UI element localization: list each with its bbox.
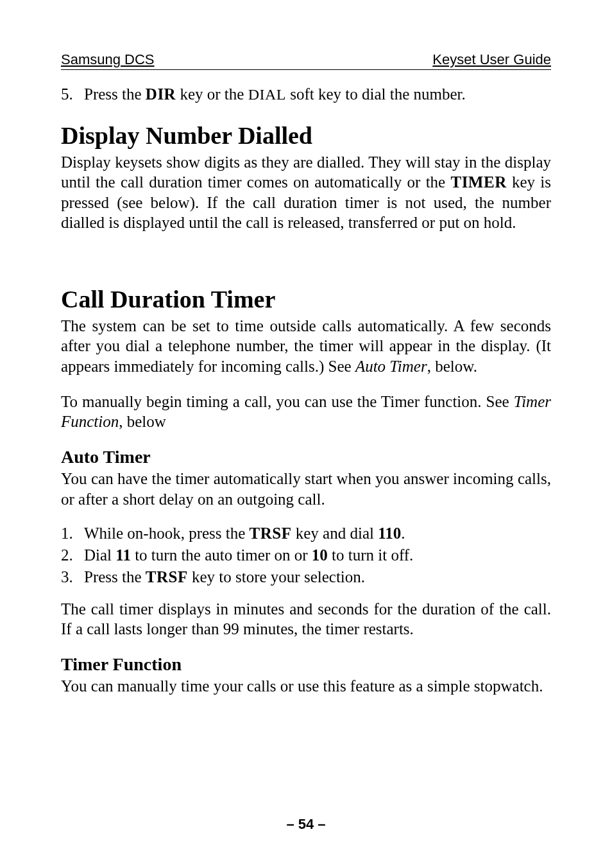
key-dir: DIR — [146, 85, 176, 103]
text-fragment: Press the — [84, 85, 146, 103]
text-fragment: to turn it off. — [328, 546, 414, 564]
step-5: 5. Press the DIR key or the DIAL soft ke… — [61, 85, 551, 103]
auto-timer-step-2: 2. Dial 11 to turn the auto timer on or … — [61, 546, 551, 564]
step-text: Press the DIR key or the DIAL soft key t… — [84, 85, 466, 103]
step-text: Dial 11 to turn the auto timer on or 10 … — [84, 546, 413, 564]
key-trsf: TRSF — [250, 525, 292, 542]
code-110: 110 — [378, 525, 401, 542]
header-left: Samsung DCS — [61, 51, 155, 68]
header-right: Keyset User Guide — [432, 51, 551, 68]
step-number: 3. — [61, 568, 84, 586]
step-text: While on-hook, press the TRSF key and di… — [84, 525, 405, 542]
step-number: 1. — [61, 525, 84, 542]
key-timer: TIMER — [450, 173, 506, 191]
para-call-duration-1: The system can be set to time outside ca… — [61, 316, 551, 376]
text-fragment: . — [401, 525, 405, 542]
step-number: 2. — [61, 546, 84, 564]
para-call-duration-2: To manually begin timing a call, you can… — [61, 392, 551, 432]
key-dial: DIAL — [248, 86, 286, 103]
heading-call-duration-timer: Call Duration Timer — [61, 285, 551, 313]
code-10: 10 — [312, 546, 328, 564]
page-header: Samsung DCS Keyset User Guide — [61, 51, 551, 70]
auto-timer-step-1: 1. While on-hook, press the TRSF key and… — [61, 525, 551, 542]
text-fragment: key and dial — [292, 525, 378, 542]
text-fragment: To manually begin timing a call, you can… — [61, 393, 514, 410]
text-fragment: , below — [119, 413, 166, 430]
key-trsf: TRSF — [146, 568, 188, 586]
text-fragment: Dial — [84, 546, 115, 564]
text-fragment: to turn the auto timer on or — [131, 546, 312, 564]
text-fragment: While on-hook, press the — [84, 525, 250, 542]
text-fragment: The system can be set to time outside ca… — [61, 317, 551, 375]
step-number: 5. — [61, 85, 84, 103]
heading-timer-function: Timer Function — [61, 654, 551, 675]
code-11: 11 — [115, 546, 131, 564]
page-number: – 54 – — [0, 816, 612, 833]
heading-auto-timer: Auto Timer — [61, 447, 551, 467]
para-auto-timer: You can have the timer automatically sta… — [61, 469, 551, 509]
page-content: Samsung DCS Keyset User Guide 5. Press t… — [0, 0, 612, 744]
text-fragment: soft key to dial the number. — [286, 85, 466, 103]
para-timer-function: You can manually time your calls or use … — [61, 676, 551, 696]
text-fragment: Press the — [84, 568, 146, 586]
ref-auto-timer: Auto Timer — [355, 358, 427, 375]
auto-timer-steps: 1. While on-hook, press the TRSF key and… — [61, 525, 551, 586]
heading-display-number-dialled: Display Number Dialled — [61, 121, 551, 150]
step-text: Press the TRSF key to store your selecti… — [84, 568, 365, 586]
text-fragment: key or the — [176, 85, 248, 103]
para-display-number: Display keysets show digits as they are … — [61, 152, 551, 232]
auto-timer-step-3: 3. Press the TRSF key to store your sele… — [61, 568, 551, 586]
text-fragment: key to store your selection. — [188, 568, 365, 586]
text-fragment: , below. — [427, 358, 477, 375]
para-call-timer-display: The call timer displays in minutes and s… — [61, 599, 551, 639]
